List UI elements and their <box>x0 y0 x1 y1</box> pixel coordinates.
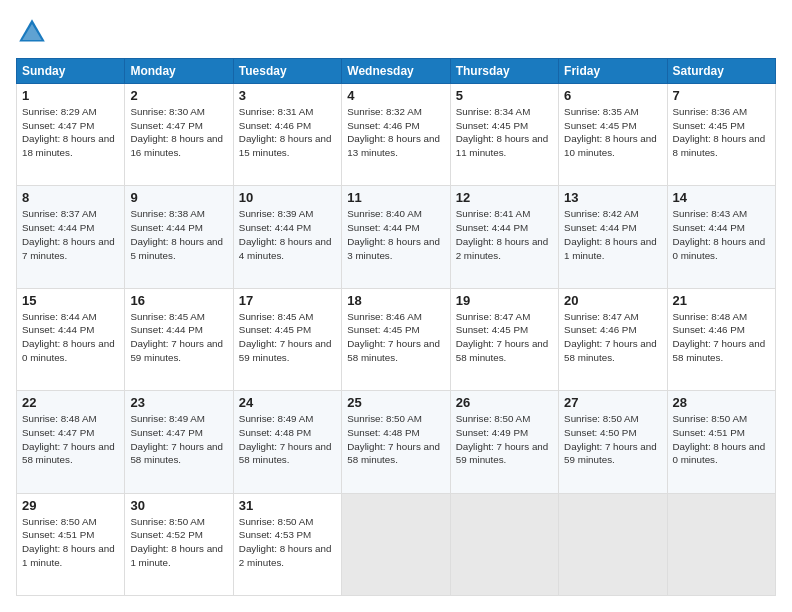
day-info: Sunrise: 8:35 AM Sunset: 4:45 PM Dayligh… <box>564 105 661 160</box>
day-info: Sunrise: 8:50 AM Sunset: 4:50 PM Dayligh… <box>564 412 661 467</box>
day-number: 20 <box>564 293 661 308</box>
calendar-cell <box>559 493 667 595</box>
calendar-table: SundayMondayTuesdayWednesdayThursdayFrid… <box>16 58 776 596</box>
column-header-wednesday: Wednesday <box>342 59 450 84</box>
column-header-tuesday: Tuesday <box>233 59 341 84</box>
calendar-cell: 30Sunrise: 8:50 AM Sunset: 4:52 PM Dayli… <box>125 493 233 595</box>
calendar-cell: 18Sunrise: 8:46 AM Sunset: 4:45 PM Dayli… <box>342 288 450 390</box>
day-info: Sunrise: 8:32 AM Sunset: 4:46 PM Dayligh… <box>347 105 444 160</box>
day-number: 19 <box>456 293 553 308</box>
column-header-friday: Friday <box>559 59 667 84</box>
header <box>16 16 776 48</box>
calendar-cell: 23Sunrise: 8:49 AM Sunset: 4:47 PM Dayli… <box>125 391 233 493</box>
day-number: 25 <box>347 395 444 410</box>
day-number: 23 <box>130 395 227 410</box>
day-info: Sunrise: 8:40 AM Sunset: 4:44 PM Dayligh… <box>347 207 444 262</box>
day-number: 24 <box>239 395 336 410</box>
day-info: Sunrise: 8:47 AM Sunset: 4:46 PM Dayligh… <box>564 310 661 365</box>
day-info: Sunrise: 8:50 AM Sunset: 4:52 PM Dayligh… <box>130 515 227 570</box>
calendar-week-row: 8Sunrise: 8:37 AM Sunset: 4:44 PM Daylig… <box>17 186 776 288</box>
calendar-cell: 22Sunrise: 8:48 AM Sunset: 4:47 PM Dayli… <box>17 391 125 493</box>
calendar-cell <box>450 493 558 595</box>
day-number: 17 <box>239 293 336 308</box>
day-info: Sunrise: 8:48 AM Sunset: 4:47 PM Dayligh… <box>22 412 119 467</box>
day-number: 4 <box>347 88 444 103</box>
day-number: 31 <box>239 498 336 513</box>
day-info: Sunrise: 8:50 AM Sunset: 4:49 PM Dayligh… <box>456 412 553 467</box>
day-number: 2 <box>130 88 227 103</box>
calendar-header-row: SundayMondayTuesdayWednesdayThursdayFrid… <box>17 59 776 84</box>
calendar-week-row: 15Sunrise: 8:44 AM Sunset: 4:44 PM Dayli… <box>17 288 776 390</box>
page: SundayMondayTuesdayWednesdayThursdayFrid… <box>0 0 792 612</box>
calendar-cell: 14Sunrise: 8:43 AM Sunset: 4:44 PM Dayli… <box>667 186 775 288</box>
calendar-cell: 13Sunrise: 8:42 AM Sunset: 4:44 PM Dayli… <box>559 186 667 288</box>
day-info: Sunrise: 8:47 AM Sunset: 4:45 PM Dayligh… <box>456 310 553 365</box>
day-info: Sunrise: 8:29 AM Sunset: 4:47 PM Dayligh… <box>22 105 119 160</box>
day-number: 13 <box>564 190 661 205</box>
day-number: 16 <box>130 293 227 308</box>
calendar-cell <box>342 493 450 595</box>
day-number: 18 <box>347 293 444 308</box>
day-number: 27 <box>564 395 661 410</box>
day-info: Sunrise: 8:48 AM Sunset: 4:46 PM Dayligh… <box>673 310 770 365</box>
calendar-cell: 16Sunrise: 8:45 AM Sunset: 4:44 PM Dayli… <box>125 288 233 390</box>
day-info: Sunrise: 8:50 AM Sunset: 4:48 PM Dayligh… <box>347 412 444 467</box>
day-number: 22 <box>22 395 119 410</box>
calendar-cell: 15Sunrise: 8:44 AM Sunset: 4:44 PM Dayli… <box>17 288 125 390</box>
calendar-cell: 27Sunrise: 8:50 AM Sunset: 4:50 PM Dayli… <box>559 391 667 493</box>
day-info: Sunrise: 8:36 AM Sunset: 4:45 PM Dayligh… <box>673 105 770 160</box>
calendar-cell: 9Sunrise: 8:38 AM Sunset: 4:44 PM Daylig… <box>125 186 233 288</box>
day-number: 21 <box>673 293 770 308</box>
day-number: 12 <box>456 190 553 205</box>
day-number: 1 <box>22 88 119 103</box>
day-number: 10 <box>239 190 336 205</box>
day-info: Sunrise: 8:45 AM Sunset: 4:44 PM Dayligh… <box>130 310 227 365</box>
day-number: 26 <box>456 395 553 410</box>
calendar-cell: 8Sunrise: 8:37 AM Sunset: 4:44 PM Daylig… <box>17 186 125 288</box>
day-number: 15 <box>22 293 119 308</box>
day-info: Sunrise: 8:30 AM Sunset: 4:47 PM Dayligh… <box>130 105 227 160</box>
calendar-week-row: 29Sunrise: 8:50 AM Sunset: 4:51 PM Dayli… <box>17 493 776 595</box>
calendar-cell: 1Sunrise: 8:29 AM Sunset: 4:47 PM Daylig… <box>17 84 125 186</box>
calendar-cell: 21Sunrise: 8:48 AM Sunset: 4:46 PM Dayli… <box>667 288 775 390</box>
calendar-cell: 7Sunrise: 8:36 AM Sunset: 4:45 PM Daylig… <box>667 84 775 186</box>
day-info: Sunrise: 8:37 AM Sunset: 4:44 PM Dayligh… <box>22 207 119 262</box>
calendar-week-row: 1Sunrise: 8:29 AM Sunset: 4:47 PM Daylig… <box>17 84 776 186</box>
column-header-saturday: Saturday <box>667 59 775 84</box>
calendar-cell <box>667 493 775 595</box>
calendar-cell: 25Sunrise: 8:50 AM Sunset: 4:48 PM Dayli… <box>342 391 450 493</box>
day-info: Sunrise: 8:50 AM Sunset: 4:53 PM Dayligh… <box>239 515 336 570</box>
day-number: 5 <box>456 88 553 103</box>
day-info: Sunrise: 8:50 AM Sunset: 4:51 PM Dayligh… <box>22 515 119 570</box>
calendar-cell: 17Sunrise: 8:45 AM Sunset: 4:45 PM Dayli… <box>233 288 341 390</box>
calendar-cell: 11Sunrise: 8:40 AM Sunset: 4:44 PM Dayli… <box>342 186 450 288</box>
calendar-cell: 2Sunrise: 8:30 AM Sunset: 4:47 PM Daylig… <box>125 84 233 186</box>
calendar-cell: 28Sunrise: 8:50 AM Sunset: 4:51 PM Dayli… <box>667 391 775 493</box>
day-info: Sunrise: 8:45 AM Sunset: 4:45 PM Dayligh… <box>239 310 336 365</box>
day-info: Sunrise: 8:38 AM Sunset: 4:44 PM Dayligh… <box>130 207 227 262</box>
day-number: 30 <box>130 498 227 513</box>
calendar-cell: 6Sunrise: 8:35 AM Sunset: 4:45 PM Daylig… <box>559 84 667 186</box>
day-info: Sunrise: 8:34 AM Sunset: 4:45 PM Dayligh… <box>456 105 553 160</box>
day-info: Sunrise: 8:49 AM Sunset: 4:48 PM Dayligh… <box>239 412 336 467</box>
calendar-cell: 31Sunrise: 8:50 AM Sunset: 4:53 PM Dayli… <box>233 493 341 595</box>
column-header-thursday: Thursday <box>450 59 558 84</box>
day-info: Sunrise: 8:41 AM Sunset: 4:44 PM Dayligh… <box>456 207 553 262</box>
calendar-cell: 3Sunrise: 8:31 AM Sunset: 4:46 PM Daylig… <box>233 84 341 186</box>
day-number: 28 <box>673 395 770 410</box>
calendar-cell: 20Sunrise: 8:47 AM Sunset: 4:46 PM Dayli… <box>559 288 667 390</box>
day-number: 7 <box>673 88 770 103</box>
logo <box>16 16 52 48</box>
calendar-week-row: 22Sunrise: 8:48 AM Sunset: 4:47 PM Dayli… <box>17 391 776 493</box>
day-number: 11 <box>347 190 444 205</box>
day-info: Sunrise: 8:49 AM Sunset: 4:47 PM Dayligh… <box>130 412 227 467</box>
logo-icon <box>16 16 48 48</box>
day-number: 29 <box>22 498 119 513</box>
day-info: Sunrise: 8:46 AM Sunset: 4:45 PM Dayligh… <box>347 310 444 365</box>
column-header-monday: Monday <box>125 59 233 84</box>
calendar-cell: 4Sunrise: 8:32 AM Sunset: 4:46 PM Daylig… <box>342 84 450 186</box>
day-number: 8 <box>22 190 119 205</box>
calendar-cell: 29Sunrise: 8:50 AM Sunset: 4:51 PM Dayli… <box>17 493 125 595</box>
day-number: 3 <box>239 88 336 103</box>
day-number: 6 <box>564 88 661 103</box>
